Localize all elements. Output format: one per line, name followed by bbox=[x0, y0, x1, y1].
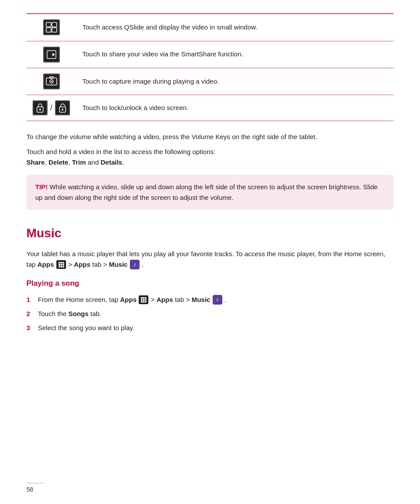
volume-text: To change the volume while watching a vi… bbox=[26, 132, 394, 142]
svg-rect-7 bbox=[50, 77, 53, 78]
playing-a-song-heading: Playing a song bbox=[26, 278, 394, 289]
options-and: and bbox=[86, 158, 100, 166]
svg-rect-14 bbox=[60, 262, 62, 264]
list-item: 3 Select the song you want to play. bbox=[26, 323, 394, 333]
svg-rect-28 bbox=[141, 301, 143, 303]
music-note-icon-step1: ♪ bbox=[213, 295, 222, 305]
page-content: Touch access QSlide and display the vide… bbox=[0, 0, 420, 363]
music-note-icon-inline: ♪ bbox=[130, 260, 140, 269]
svg-rect-30 bbox=[145, 301, 147, 303]
step1-tab: tab > bbox=[173, 296, 192, 303]
svg-point-10 bbox=[39, 109, 41, 110]
lock-icons: / bbox=[33, 100, 70, 115]
table-icon-cell bbox=[26, 14, 76, 41]
qslide-icon bbox=[43, 19, 60, 35]
svg-rect-16 bbox=[59, 264, 60, 266]
step-number-2: 2 bbox=[26, 309, 38, 319]
music-intro: Your tablet has a music player that lets… bbox=[26, 249, 394, 270]
svg-rect-2 bbox=[46, 28, 51, 32]
capture-icon bbox=[43, 74, 60, 89]
table-desc-cell: Touch to capture image during playing a … bbox=[76, 68, 394, 95]
list-item: 1 From the Home screen, tap Apps bbox=[26, 294, 394, 305]
table-icon-cell bbox=[26, 68, 76, 95]
options-share: Share bbox=[26, 158, 45, 166]
step1-mid: > bbox=[151, 296, 157, 303]
table-row: Touch access QSlide and display the vide… bbox=[26, 14, 394, 41]
apps-grid-icon-inline bbox=[56, 260, 66, 269]
step2-bold1: Songs bbox=[68, 310, 88, 317]
svg-point-12 bbox=[62, 109, 63, 110]
step2-end: tab. bbox=[88, 310, 101, 317]
svg-rect-21 bbox=[63, 266, 64, 268]
smartshare-icon bbox=[43, 47, 60, 63]
svg-rect-22 bbox=[141, 297, 143, 299]
step-number-3: 3 bbox=[26, 323, 38, 333]
table-row: / Touch to lock/unlock a video screen bbox=[26, 95, 394, 121]
svg-point-8 bbox=[51, 81, 52, 82]
options-period: . bbox=[122, 158, 124, 166]
svg-rect-25 bbox=[141, 299, 143, 301]
page-number: 58 bbox=[26, 483, 44, 494]
step1-bold2: Apps bbox=[157, 296, 173, 303]
lock-icon bbox=[33, 100, 48, 115]
svg-rect-3 bbox=[52, 28, 57, 32]
music-intro-bold3: Music bbox=[109, 261, 128, 268]
options-trim: Trim bbox=[72, 158, 86, 166]
svg-rect-0 bbox=[46, 22, 51, 27]
step-1-text: From the Home screen, tap Apps > A bbox=[38, 294, 226, 305]
svg-rect-13 bbox=[59, 262, 60, 264]
svg-rect-15 bbox=[63, 262, 64, 264]
svg-rect-18 bbox=[63, 264, 64, 266]
step1-end: . bbox=[225, 296, 226, 303]
svg-rect-23 bbox=[143, 297, 145, 299]
table-row-text: Touch access QSlide and display the vide… bbox=[82, 23, 258, 31]
step-number-1: 1 bbox=[26, 294, 38, 305]
music-intro-mid: > bbox=[68, 261, 74, 268]
table-desc-cell: Touch to lock/unlock a video screen. bbox=[76, 95, 394, 121]
table-icon-cell: / bbox=[26, 95, 76, 121]
options-details: Details bbox=[100, 158, 122, 166]
table-icon-cell bbox=[26, 41, 76, 68]
music-section-heading: Music bbox=[26, 224, 394, 243]
step1-bold1: Apps bbox=[120, 296, 137, 303]
apps-grid-icon-step1 bbox=[139, 295, 148, 304]
tip-box: TIP! While watching a video, slide up an… bbox=[26, 175, 394, 210]
svg-rect-26 bbox=[143, 299, 145, 301]
table-desc-cell: Touch access QSlide and display the vide… bbox=[76, 14, 394, 41]
svg-rect-29 bbox=[143, 301, 145, 303]
unlock-icon bbox=[55, 100, 70, 115]
hold-text: Touch and hold a video in the list to ac… bbox=[26, 147, 394, 168]
table-row: Touch to capture image during playing a … bbox=[26, 68, 394, 95]
table-desc-cell: Touch to share your video via the SmartS… bbox=[76, 41, 394, 68]
tip-text: While watching a video, slide up and dow… bbox=[35, 183, 378, 201]
tip-label: TIP! bbox=[35, 183, 48, 191]
svg-rect-27 bbox=[145, 299, 147, 301]
step2-pre: Touch the bbox=[38, 310, 68, 317]
step-2-text: Touch the Songs tab. bbox=[38, 309, 101, 319]
list-item: 2 Touch the Songs tab. bbox=[26, 309, 394, 319]
svg-rect-17 bbox=[60, 264, 62, 266]
music-intro-bold2: Apps bbox=[74, 261, 91, 268]
options-delete: Delete bbox=[48, 158, 68, 166]
svg-rect-19 bbox=[59, 266, 60, 268]
hold-text-content: Touch and hold a video in the list to ac… bbox=[26, 148, 215, 155]
step-3-text: Select the song you want to play. bbox=[38, 323, 134, 333]
options-comma1: , bbox=[45, 158, 48, 166]
step1-pre: From the Home screen, tap bbox=[38, 296, 120, 303]
svg-rect-1 bbox=[52, 22, 57, 27]
svg-rect-20 bbox=[60, 266, 62, 268]
music-intro-end: . bbox=[142, 261, 144, 268]
svg-rect-24 bbox=[145, 297, 147, 299]
music-intro-tab: tab > bbox=[90, 261, 109, 268]
table-row-text: Touch to lock/unlock a video screen. bbox=[82, 104, 188, 111]
table-row-text: Touch to capture image during playing a … bbox=[82, 77, 219, 85]
table-row-text: Touch to share your video via the SmartS… bbox=[82, 50, 243, 58]
table-row: Touch to share your video via the SmartS… bbox=[26, 41, 394, 68]
step1-bold3: Music bbox=[192, 296, 210, 303]
steps-list: 1 From the Home screen, tap Apps bbox=[26, 294, 394, 333]
icon-table: Touch access QSlide and display the vide… bbox=[26, 14, 394, 121]
divider-slash: / bbox=[49, 102, 53, 114]
music-intro-bold1: Apps bbox=[37, 261, 54, 268]
